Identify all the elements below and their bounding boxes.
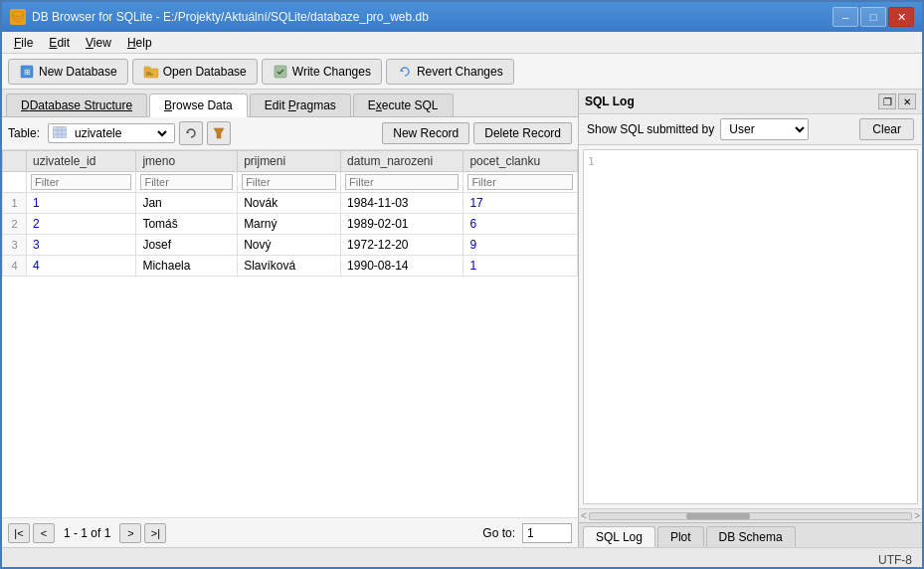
bottom-tab-plot[interactable]: Plot — [657, 526, 704, 547]
table-row[interactable]: 4 4 Michaela Slavíková 1990-08-14 1 — [3, 256, 578, 277]
next-page-button[interactable]: > — [119, 523, 141, 543]
filter-button[interactable] — [207, 121, 231, 145]
right-panel: SQL Log ❐ ✕ Show SQL submitted by User A… — [579, 90, 922, 547]
scrollbar-thumb[interactable] — [686, 513, 751, 519]
maximize-button[interactable]: □ — [860, 7, 886, 27]
menu-edit[interactable]: Edit — [41, 34, 78, 52]
table-selector[interactable]: uzivatele — [48, 123, 175, 143]
cell-jmeno[interactable]: Josef — [136, 235, 238, 256]
scroll-left-btn[interactable]: < — [581, 510, 587, 521]
menu-help[interactable]: Help — [119, 34, 160, 52]
refresh-table-button[interactable] — [179, 121, 203, 145]
col-pocet-clanku[interactable]: pocet_clanku — [463, 151, 578, 172]
sql-log-line-number: 1 — [588, 155, 595, 168]
menu-view[interactable]: View — [78, 34, 119, 52]
title-bar: DB Browser for SQLite - E:/Projekty/Aktu… — [2, 2, 922, 32]
delete-record-button[interactable]: Delete Record — [473, 122, 572, 144]
cell-datum[interactable]: 1989-02-01 — [341, 214, 463, 235]
open-database-icon — [143, 64, 159, 80]
prev-page-button[interactable]: < — [33, 523, 55, 543]
cell-id[interactable]: 4 — [27, 256, 136, 277]
cell-datum[interactable]: 1990-08-14 — [341, 256, 463, 277]
page-info: 1 - 1 of 1 — [64, 526, 110, 540]
filter-icon — [212, 126, 226, 140]
cell-pocet[interactable]: 6 — [463, 214, 578, 235]
cell-jmeno[interactable]: Jan — [136, 193, 238, 214]
filter-jmeno[interactable] — [140, 174, 233, 190]
sql-log-close-button[interactable]: ✕ — [898, 94, 916, 109]
clear-button[interactable]: Clear — [859, 118, 914, 140]
table-select-dropdown[interactable]: uzivatele — [71, 125, 170, 141]
cell-prijmeni[interactable]: Marný — [238, 214, 341, 235]
last-page-button[interactable]: >| — [144, 523, 166, 543]
svg-rect-4 — [144, 67, 150, 70]
bottom-tab-sql-log[interactable]: SQL Log — [583, 526, 655, 547]
new-record-button[interactable]: New Record — [382, 122, 469, 144]
col-prijmeni[interactable]: prijmeni — [238, 151, 341, 172]
col-datum-narozeni[interactable]: datum_narozeni — [341, 151, 463, 172]
table-row[interactable]: 2 2 Tomáš Marný 1989-02-01 6 — [3, 214, 578, 235]
col-uzivatele-id[interactable]: uzivatele_id — [27, 151, 136, 172]
tab-execute-sql[interactable]: Execute SQL — [353, 94, 454, 116]
scroll-right-btn[interactable]: > — [914, 510, 920, 521]
table-row[interactable]: 3 3 Josef Nový 1972-12-20 9 — [3, 235, 578, 256]
cell-pocet[interactable]: 9 — [463, 235, 578, 256]
revert-changes-label: Revert Changes — [417, 65, 503, 79]
tab-browse-data[interactable]: Browse Data — [149, 94, 248, 117]
tab-database-structure[interactable]: DDatabase Structure — [6, 94, 147, 116]
pagination: |< < 1 - 1 of 1 > >| Go to: — [2, 517, 578, 547]
revert-changes-icon — [397, 64, 413, 80]
col-jmeno[interactable]: jmeno — [136, 151, 238, 172]
cell-datum[interactable]: 1984-11-03 — [341, 193, 463, 214]
window-controls: – □ ✕ — [832, 7, 914, 27]
cell-jmeno[interactable]: Tomáš — [136, 214, 238, 235]
filter-datum[interactable] — [345, 174, 459, 190]
first-page-button[interactable]: |< — [8, 523, 30, 543]
row-number-cell: 4 — [3, 256, 27, 277]
data-table-container: uzivatele_id jmeno prijmeni datum_naroze… — [2, 150, 578, 517]
bottom-tabs: SQL Log Plot DB Schema — [579, 522, 922, 547]
sql-filter-select[interactable]: User Application All — [720, 118, 809, 140]
bottom-tab-db-schema[interactable]: DB Schema — [706, 526, 796, 547]
tab-edit-pragmas[interactable]: Edit Pragmas — [250, 94, 351, 116]
table-row[interactable]: 1 1 Jan Novák 1984-11-03 17 — [3, 193, 578, 214]
cell-prijmeni[interactable]: Nový — [238, 235, 341, 256]
svg-rect-6 — [53, 126, 67, 138]
cell-id[interactable]: 1 — [27, 193, 136, 214]
row-number-cell: 1 — [3, 193, 27, 214]
main-tabs: DDatabase Structure Browse Data Edit Pra… — [2, 90, 578, 117]
new-database-icon: ⊞ — [19, 64, 35, 80]
filter-uzivatele-id[interactable] — [31, 174, 131, 190]
new-database-button[interactable]: ⊞ New Database — [8, 59, 128, 85]
sql-log-body: 1 — [583, 149, 918, 504]
row-number-header — [3, 151, 27, 172]
cell-jmeno[interactable]: Michaela — [136, 256, 238, 277]
scrollbar-track — [589, 512, 912, 520]
cell-id[interactable]: 2 — [27, 214, 136, 235]
minimize-button[interactable]: – — [832, 7, 858, 27]
cell-datum[interactable]: 1972-12-20 — [341, 235, 463, 256]
sql-log-title: SQL Log — [585, 95, 635, 108]
table-toolbar: Table: uzivatele — [2, 117, 578, 150]
goto-label: Go to: — [482, 526, 515, 540]
cell-pocet[interactable]: 17 — [463, 193, 578, 214]
cell-prijmeni[interactable]: Novák — [238, 193, 341, 214]
sql-log-restore-button[interactable]: ❐ — [878, 94, 896, 109]
goto-input[interactable] — [522, 523, 572, 543]
app-icon — [10, 9, 26, 25]
cell-prijmeni[interactable]: Slavíková — [238, 256, 341, 277]
revert-changes-button[interactable]: Revert Changes — [386, 59, 514, 85]
write-changes-icon — [273, 64, 288, 80]
filter-pocet[interactable] — [467, 174, 573, 190]
open-database-button[interactable]: Open Database — [132, 59, 258, 85]
menu-file[interactable]: File — [6, 34, 41, 52]
window-title: DB Browser for SQLite - E:/Projekty/Aktu… — [32, 10, 429, 24]
cell-id[interactable]: 3 — [27, 235, 136, 256]
close-button[interactable]: ✕ — [888, 7, 914, 27]
write-changes-button[interactable]: Write Changes — [262, 59, 382, 85]
data-table: uzivatele_id jmeno prijmeni datum_naroze… — [2, 150, 578, 277]
encoding-label: UTF-8 — [878, 553, 912, 567]
cell-pocet[interactable]: 1 — [463, 256, 578, 277]
sql-log-scrollbar[interactable]: < > — [579, 508, 922, 522]
filter-prijmeni[interactable] — [242, 174, 336, 190]
